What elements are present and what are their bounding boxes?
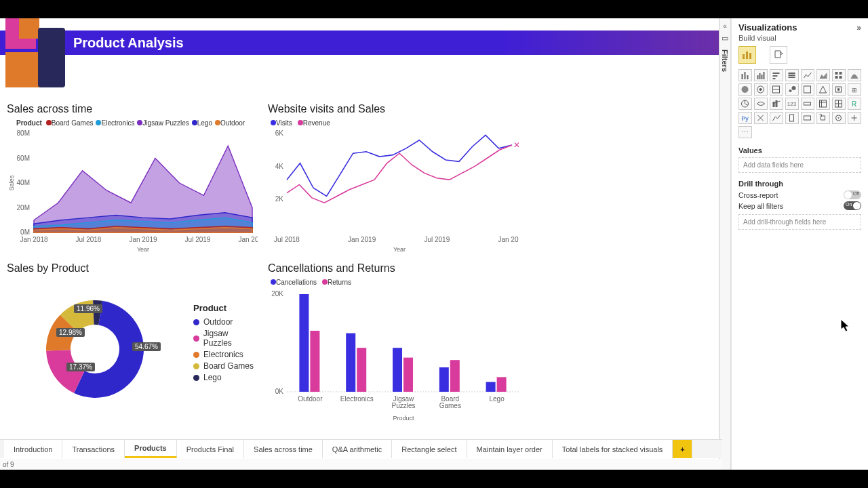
viz-type-number[interactable]: 123: [785, 98, 799, 110]
chart-sales-by-product[interactable]: Sales by Product Product OutdoorJigsaw P…: [7, 262, 258, 425]
viz-type-qa[interactable]: [832, 112, 846, 124]
chart-title: Sales across time: [7, 103, 258, 115]
viz-type-treemap[interactable]: [832, 69, 846, 81]
viz-type-table[interactable]: [816, 98, 830, 110]
svg-text:4K: 4K: [275, 163, 284, 170]
chart-cancellations-returns[interactable]: Cancellations and Returns CancellationsR…: [268, 262, 526, 425]
viz-type-combo[interactable]: [770, 98, 783, 110]
viz-type-kpi[interactable]: ⊞: [848, 83, 861, 96]
svg-text:2K: 2K: [275, 195, 284, 203]
viz-type-scatter[interactable]: [785, 83, 799, 96]
cross-report-label: Cross-report: [738, 191, 778, 199]
page-tab[interactable]: Products Final: [177, 440, 244, 458]
svg-rect-53: [773, 75, 778, 77]
visualizations-pane: Visualizations » Build visual ⊞123RPy⋯ V…: [731, 18, 868, 470]
legend: Product Board GamesElectronicsJigsaw Puz…: [16, 119, 258, 127]
viz-type-clustered-barh[interactable]: [785, 69, 799, 81]
viz-type-matrix[interactable]: [770, 83, 783, 96]
chart-sales-across-time[interactable]: Sales across time Product Board GamesEle…: [7, 103, 258, 259]
cross-report-toggle[interactable]: Off: [844, 190, 861, 199]
add-page-button[interactable]: +: [673, 440, 692, 458]
collapse-vizpane-icon[interactable]: »: [856, 23, 861, 33]
svg-rect-43: [746, 52, 748, 59]
page-tab[interactable]: Total labels for stacked visuals: [553, 440, 673, 458]
viz-type-arcgis[interactable]: [848, 112, 861, 124]
viz-type-donut[interactable]: [754, 83, 768, 96]
chart-title: Sales by Product: [7, 262, 258, 274]
viz-type-decomp-tree[interactable]: [816, 112, 830, 124]
viz-type-area[interactable]: [816, 69, 830, 81]
chart-website-visits-sales[interactable]: Website visits and Sales VisitsRevenue 2…: [268, 103, 519, 259]
viz-type-pivot[interactable]: [832, 98, 846, 110]
svg-text:0M: 0M: [20, 228, 30, 236]
page-tab[interactable]: Q&A arithmetic: [323, 440, 392, 458]
bookmark-icon[interactable]: ▭: [722, 34, 728, 43]
svg-rect-55: [789, 73, 795, 74]
svg-text:Year: Year: [393, 246, 406, 253]
svg-rect-60: [835, 76, 838, 79]
viz-type-stacked-bar[interactable]: [738, 69, 752, 81]
svg-text:Jan 2020: Jan 2020: [238, 236, 258, 243]
viz-type-ribbon[interactable]: [848, 69, 861, 81]
viz-type-smart-narrative[interactable]: [801, 112, 814, 124]
viz-type-clock[interactable]: [738, 98, 752, 110]
viz-type-gauge[interactable]: [832, 83, 846, 96]
line-chart-svg: 2K4K6KJul 2018Jan 2019Jul 2019Jan 2020Ye…: [268, 128, 519, 257]
svg-rect-38: [486, 382, 496, 392]
viz-type-map[interactable]: [754, 98, 768, 110]
svg-rect-86: [790, 115, 794, 121]
viz-type-slicer[interactable]: [801, 98, 814, 110]
viz-type-line[interactable]: [801, 69, 814, 81]
svg-text:80M: 80M: [17, 129, 30, 137]
format-visual-mode-button[interactable]: [770, 46, 787, 64]
page-title-bar: Product Analysis: [0, 30, 719, 55]
viz-type-more[interactable]: ⋯: [738, 126, 752, 138]
page-tab[interactable]: Introduction: [4, 440, 62, 458]
page-tab[interactable]: Maintain layer order: [467, 440, 553, 458]
svg-rect-49: [760, 73, 761, 79]
drillthrough-well[interactable]: Add drill-through fields here: [738, 214, 861, 230]
svg-rect-30: [393, 348, 402, 392]
svg-rect-51: [764, 72, 765, 79]
svg-text:Electronics: Electronics: [340, 395, 374, 403]
legend: CancellationsReturns: [271, 279, 526, 286]
svg-point-68: [792, 86, 796, 90]
page-tab[interactable]: Transactions: [62, 440, 125, 458]
viz-type-paginated[interactable]: [785, 112, 799, 124]
page-tab[interactable]: Sales across time: [244, 440, 323, 458]
svg-rect-31: [403, 358, 413, 392]
svg-text:Jan 2018: Jan 2018: [20, 236, 48, 243]
svg-text:⊞: ⊞: [852, 87, 857, 94]
vizpane-subtitle: Build visual: [738, 34, 861, 42]
viz-type-funnel[interactable]: [816, 83, 830, 96]
chart-title: Cancellations and Returns: [268, 262, 526, 274]
drillthrough-label: Drill through: [738, 180, 861, 188]
viz-type-sparkline[interactable]: [770, 112, 783, 124]
values-well[interactable]: Add data fields here: [738, 157, 861, 173]
viz-type-stacked-barh[interactable]: [770, 69, 783, 81]
filters-pane-collapsed[interactable]: « ▭ Filters: [719, 18, 731, 470]
viz-type-pie[interactable]: [738, 83, 752, 96]
viz-type-card[interactable]: [801, 83, 814, 96]
svg-text:Outdoor: Outdoor: [298, 395, 323, 403]
svg-text:R: R: [852, 100, 856, 108]
report-canvas[interactable]: Product Analysis Sales across time Produ…: [0, 18, 719, 470]
build-visual-mode-button[interactable]: [738, 46, 756, 64]
svg-text:Jan 2019: Jan 2019: [129, 236, 157, 243]
viz-type-py-visual[interactable]: Py: [738, 112, 752, 124]
svg-text:40M: 40M: [17, 179, 30, 186]
page-tabs: IntroductionTransactionsProductsProducts…: [0, 439, 722, 458]
viz-type-key-influencers[interactable]: [754, 112, 768, 124]
legend-item: Lego: [193, 373, 258, 382]
legend-item: Jigsaw Puzzles: [193, 329, 258, 348]
svg-text:Puzzles: Puzzles: [391, 402, 415, 409]
page-tab[interactable]: Rectangle select: [392, 440, 467, 458]
expand-filters-icon[interactable]: «: [723, 22, 727, 30]
viz-type-r-visual[interactable]: R: [848, 98, 861, 110]
keep-filters-toggle[interactable]: On: [844, 201, 861, 210]
viz-type-clustered-bar[interactable]: [754, 69, 768, 81]
svg-rect-48: [757, 75, 759, 79]
page-tab[interactable]: Products: [125, 440, 177, 458]
svg-rect-27: [346, 333, 355, 392]
svg-rect-50: [762, 75, 763, 79]
